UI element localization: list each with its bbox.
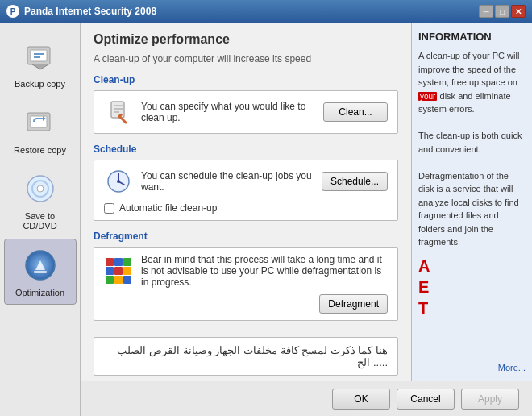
backup-icon [21, 37, 60, 76]
main-panel: Optimize performance A clean-up of your … [81, 23, 411, 381]
svg-rect-3 [34, 56, 40, 58]
schedule-icon [104, 167, 133, 196]
cleanup-row: You can specify what you would like to c… [104, 98, 388, 127]
svg-rect-11 [34, 271, 47, 273]
sidebar-optimization-label: Optimization [15, 288, 64, 297]
sidebar: Backup copy Restore copy [0, 23, 81, 416]
sidebar-item-optimization[interactable]: Optimization [4, 239, 77, 305]
defragment-section: Defragment [94, 231, 398, 321]
defragment-button[interactable]: Defragment [319, 294, 388, 314]
defragment-section-title: Defragment [94, 231, 398, 242]
info-highlight1: your [418, 92, 437, 101]
info-panel: INFORMATION A clean-up of your PC will i… [411, 23, 532, 381]
svg-point-8 [37, 185, 44, 192]
cleanup-box: You can specify what you would like to c… [94, 90, 398, 134]
schedule-box: You can schedule the clean-up jobs you w… [94, 160, 398, 221]
cleanup-section: Clean-up [94, 74, 398, 134]
content-area: Optimize performance A clean-up of your … [81, 23, 532, 416]
info-para1: A clean-up of your PC will improve the s… [418, 51, 519, 87]
content-body: Optimize performance A clean-up of your … [81, 23, 532, 381]
ok-button[interactable]: OK [332, 389, 390, 410]
more-link[interactable]: More... [418, 363, 526, 372]
svg-point-20 [117, 180, 120, 183]
schedule-button[interactable]: Schedule... [322, 172, 388, 191]
optimization-icon [21, 246, 60, 285]
info-title: INFORMATION [418, 31, 526, 43]
sidebar-item-backup[interactable]: Backup copy [4, 31, 77, 95]
sidebar-backup-label: Backup copy [15, 79, 65, 89]
auto-cleanup-row: Automatic file clean-up [104, 202, 388, 214]
maximize-button[interactable]: □ [495, 5, 509, 18]
save-cd-icon [21, 169, 60, 208]
page-subtitle: A clean-up of your computer will increas… [94, 53, 398, 64]
schedule-text: You can schedule the clean-up jobs you w… [141, 170, 314, 193]
cleanup-icon [104, 98, 133, 127]
clean-button[interactable]: Clean... [323, 102, 388, 122]
app-icon: P [6, 5, 19, 18]
close-button[interactable]: ✕ [511, 5, 526, 18]
bottom-bar: OK Cancel Apply [81, 381, 532, 416]
svg-rect-2 [34, 53, 44, 55]
annotations: A E T [418, 256, 526, 318]
defrag-icon [104, 256, 133, 285]
arabic-text: هنا كما ذكرت لمسح كافة مخلفات الجهاز وصي… [94, 337, 398, 376]
info-para3: Defragmentation of the disk is a service… [418, 171, 519, 248]
schedule-section: Schedule You can sched [94, 144, 398, 221]
auto-cleanup-checkbox[interactable] [104, 203, 114, 214]
page-title: Optimize performance [94, 32, 398, 47]
defragment-box: Bear in mind that this process will take… [94, 247, 398, 321]
cleanup-section-title: Clean-up [94, 74, 398, 85]
schedule-section-title: Schedule [94, 144, 398, 155]
sidebar-item-save-cd[interactable]: Save to CD/DVD [4, 163, 77, 237]
sidebar-restore-label: Restore copy [14, 145, 66, 155]
defragment-text: Bear in mind that this process will take… [141, 254, 388, 288]
info-content: A clean-up of your PC will improve the s… [418, 49, 526, 360]
cancel-button[interactable]: Cancel [397, 389, 455, 410]
restore-icon [21, 103, 60, 142]
svg-rect-12 [111, 102, 124, 118]
main-container: Backup copy Restore copy [0, 23, 532, 416]
apply-button[interactable]: Apply [461, 389, 519, 410]
svg-rect-1 [31, 50, 47, 61]
auto-cleanup-label[interactable]: Automatic file clean-up [119, 202, 217, 214]
cleanup-text: You can specify what you would like to c… [141, 101, 315, 123]
info-para2: The clean-up is both quick and convenien… [418, 131, 522, 154]
window-title: Panda Internet Security 2008 [24, 6, 156, 17]
defragment-row: Bear in mind that this process will take… [104, 254, 388, 288]
title-bar: P Panda Internet Security 2008 ─ □ ✕ [0, 0, 532, 23]
window-controls: ─ □ ✕ [479, 5, 526, 18]
schedule-row: You can schedule the clean-up jobs you w… [104, 167, 388, 196]
sidebar-savecd-label: Save to CD/DVD [7, 211, 73, 231]
minimize-button[interactable]: ─ [479, 5, 493, 18]
sidebar-item-restore[interactable]: Restore copy [4, 97, 77, 161]
